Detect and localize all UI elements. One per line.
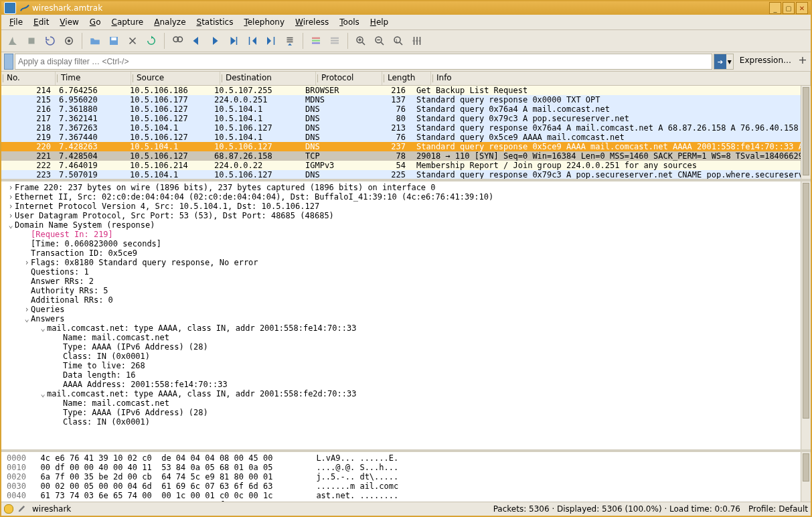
detail-line[interactable]: ›Ethernet II, Src: 02:c0:de:04:04:04 (02… (4, 192, 811, 202)
disclosure-icon[interactable]: ⌄ (39, 389, 47, 398)
detail-line[interactable]: ⌄mail.comcast.net: type AAAA, class IN, … (4, 323, 811, 333)
packet-bytes-pane[interactable]: 0000 4c e6 76 41 39 10 02 c0 de 04 04 04… (1, 452, 811, 502)
zoom-out-icon[interactable] (371, 32, 388, 50)
disclosure-icon[interactable]: › (23, 305, 31, 314)
go-back-icon[interactable] (187, 32, 205, 50)
col-header-source[interactable]: Source (131, 72, 220, 85)
detail-line[interactable]: Name: mail.comcast.net (4, 333, 811, 342)
go-to-packet-icon[interactable] (225, 32, 242, 50)
stop-capture-icon[interactable] (23, 32, 40, 50)
maximize-button[interactable]: ▢ (783, 2, 795, 14)
detail-line[interactable]: Questions: 1 (4, 267, 811, 277)
packet-list-scrollbar[interactable] (801, 86, 811, 179)
packet-list-body[interactable]: 2146.76425610.5.106.18610.5.107.255BROWS… (1, 86, 811, 179)
status-profile[interactable]: Profile: Default (748, 504, 808, 514)
packet-row[interactable]: 2217.42850410.5.106.12768.87.26.158TCP78… (1, 151, 811, 161)
col-header-protocol[interactable]: Protocol (316, 72, 382, 85)
packet-row[interactable]: 2167.36188010.5.106.12710.5.104.1DNS76St… (1, 104, 811, 114)
expert-info-icon[interactable] (4, 504, 13, 514)
disclosure-icon[interactable]: ⌄ (23, 314, 31, 323)
zoom-reset-icon[interactable]: 1 (390, 32, 407, 50)
go-last-icon[interactable] (262, 32, 280, 50)
open-file-icon[interactable] (86, 32, 104, 50)
detail-line[interactable]: ›Internet Protocol Version 4, Src: 10.5.… (4, 202, 811, 211)
menu-analyze[interactable]: Analyze (149, 16, 191, 28)
col-header-time[interactable]: Time (56, 72, 131, 85)
hex-line[interactable]: 0010 00 df 00 00 40 00 40 11 53 84 0a 05… (7, 463, 805, 472)
menu-edit[interactable]: Edit (28, 16, 54, 28)
reload-icon[interactable] (143, 32, 160, 50)
colorize-icon[interactable] (307, 32, 325, 50)
packet-row[interactable]: 2146.76425610.5.106.18610.5.107.255BROWS… (1, 86, 811, 95)
detail-line[interactable]: [Request In: 219] (4, 230, 811, 239)
packet-row[interactable]: 2207.42826310.5.104.110.5.106.127DNS237S… (1, 142, 811, 151)
find-packet-icon[interactable] (169, 32, 186, 50)
detail-line[interactable]: Authority RRs: 5 (4, 286, 811, 295)
detail-line[interactable]: Class: IN (0x0001) (4, 417, 811, 427)
detail-line[interactable]: Data length: 16 (4, 370, 811, 380)
disclosure-icon[interactable]: › (7, 202, 15, 211)
close-button[interactable]: ✕ (796, 2, 808, 14)
bytes-scrollbar[interactable] (801, 452, 811, 502)
packet-row[interactable]: 2177.36214110.5.106.12710.5.104.1DNS80St… (1, 114, 811, 123)
details-scrollbar[interactable] (801, 181, 811, 449)
menu-statistics[interactable]: Statistics (191, 16, 239, 28)
menu-telephony[interactable]: Telephony (238, 16, 290, 28)
col-header-info[interactable]: Info (431, 72, 811, 85)
disclosure-icon[interactable]: › (7, 211, 15, 220)
shark-fin-icon[interactable] (4, 32, 21, 50)
packet-list-header[interactable]: No. Time Source Destination Protocol Len… (1, 72, 811, 86)
detail-line[interactable]: ⌄mail.comcast.net: type AAAA, class IN, … (4, 389, 811, 398)
packet-row[interactable]: 2197.36744010.5.106.12710.5.104.1DNS76St… (1, 133, 811, 142)
detail-line[interactable]: Type: AAAA (IPv6 Address) (28) (4, 342, 811, 352)
go-first-icon[interactable] (244, 32, 261, 50)
hex-line[interactable]: 0030 00 02 00 05 00 00 04 6d 61 69 6c 07… (7, 482, 805, 491)
detail-line[interactable]: ›Queries (4, 305, 811, 314)
detail-line[interactable]: ⌄Answers (4, 314, 811, 323)
disclosure-icon[interactable]: ⌄ (39, 323, 47, 333)
filter-apply-button[interactable]: ➔▾ (714, 54, 734, 70)
detail-line[interactable]: AAAA Address: 2001:558:fe14:70::33 (4, 380, 811, 389)
restore-icon[interactable] (4, 2, 16, 14)
detail-line[interactable]: Class: IN (0x0001) (4, 352, 811, 361)
disclosure-icon[interactable]: › (7, 183, 15, 192)
hex-line[interactable]: 0050 00 01 00 00 01 0c 00 10 20 01 05 58… (7, 500, 805, 502)
detail-line[interactable]: ›Flags: 0x8180 Standard query response, … (4, 258, 811, 267)
detail-line[interactable]: Name: mail.comcast.net (4, 398, 811, 408)
menu-file[interactable]: File (4, 16, 28, 28)
filter-bookmark-icon[interactable] (4, 54, 13, 70)
menu-help[interactable]: Help (365, 16, 394, 28)
packet-row[interactable]: 2227.46401910.5.106.214224.0.0.22IGMPv35… (1, 161, 811, 170)
add-filter-button[interactable]: + (797, 54, 808, 70)
packet-row[interactable]: 2187.36726310.5.104.110.5.106.127DNS213S… (1, 123, 811, 133)
disclosure-icon[interactable]: › (23, 258, 31, 267)
edit-icon[interactable] (17, 504, 27, 515)
detail-line[interactable]: ⌄Domain Name System (response) (4, 220, 811, 230)
menu-wireless[interactable]: Wireless (290, 16, 334, 28)
no-colorize-icon[interactable] (326, 32, 343, 50)
col-header-destination[interactable]: Destination (220, 72, 316, 85)
minimize-button[interactable]: _ (769, 2, 781, 14)
zoom-in-icon[interactable] (352, 32, 370, 50)
expression-button[interactable]: Expression… (735, 54, 796, 70)
menu-tools[interactable]: Tools (334, 16, 365, 28)
detail-line[interactable]: Additional RRs: 0 (4, 295, 811, 305)
display-filter-input[interactable] (15, 54, 712, 70)
go-forward-icon[interactable] (206, 32, 224, 50)
auto-scroll-icon[interactable] (281, 32, 299, 50)
close-file-icon[interactable] (124, 32, 141, 50)
menu-capture[interactable]: Capture (106, 16, 149, 28)
packet-row[interactable]: 2237.50701910.5.104.110.5.106.127DNS225S… (1, 170, 811, 179)
detail-line[interactable]: Time to live: 268 (4, 361, 811, 370)
detail-line[interactable]: Answer RRs: 2 (4, 277, 811, 286)
hex-line[interactable]: 0000 4c e6 76 41 39 10 02 c0 de 04 04 04… (7, 453, 805, 463)
detail-line[interactable]: ›Frame 220: 237 bytes on wire (1896 bits… (4, 183, 811, 192)
disclosure-icon[interactable]: ⌄ (7, 220, 15, 230)
detail-line[interactable]: ›User Datagram Protocol, Src Port: 53 (5… (4, 211, 811, 220)
col-header-length[interactable]: Length (382, 72, 431, 85)
hex-line[interactable]: 0020 6a 7f 00 35 be 2d 00 cb 64 74 5c e9… (7, 472, 805, 482)
detail-line[interactable]: Type: AAAA (IPv6 Address) (28) (4, 408, 811, 417)
hex-line[interactable]: 0040 61 73 74 03 6e 65 74 00 00 1c 00 01… (7, 491, 805, 500)
col-header-no[interactable]: No. (1, 72, 56, 85)
packet-row[interactable]: 2156.95602010.5.106.177224.0.0.251MDNS13… (1, 95, 811, 104)
